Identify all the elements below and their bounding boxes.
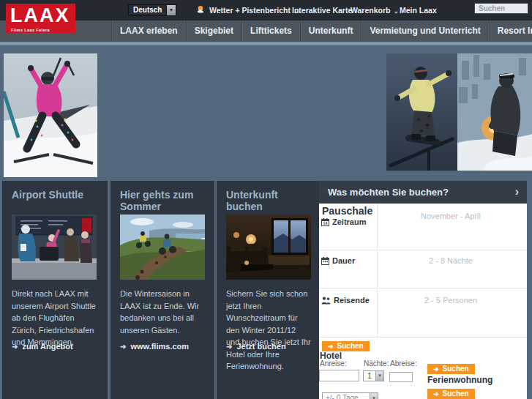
teaser-card-unterkunft-buchen: Unterkunft buchen (217, 181, 321, 399)
abreise-input[interactable] (389, 372, 413, 382)
booking-header[interactable]: Was möchten Sie buchen? › (319, 181, 527, 204)
hotel-search-button[interactable]: ➜Suchen (427, 364, 475, 374)
select-arrow-icon: ▼ (375, 371, 383, 381)
ferienwohnung-search-button[interactable]: ➜Suchen (427, 389, 475, 399)
main-nav-menu: LAAX erleben Skigebiet Lifttickets Unter… (111, 20, 532, 42)
nav-item-resort-info[interactable]: Resort Info (489, 20, 532, 42)
booking-row-dauer: Dauer 2 - 8 Nächte (319, 251, 527, 288)
pauschale-title: Pauschale (322, 205, 372, 217)
card-title: Hier gehts zum Sommer (120, 189, 205, 215)
main-nav-bar: LAAX erleben Skigebiet Lifttickets Unter… (0, 20, 532, 42)
card-image-hotel-room (226, 215, 311, 280)
card-link-flims-com[interactable]: ➜www.flims.com (120, 342, 189, 351)
pauschale-search-button[interactable]: ➜Suchen (322, 341, 370, 351)
naechte-label: Nächte: (364, 359, 389, 368)
card-link-zum-angebot[interactable]: ➜zum Angebot (12, 342, 73, 351)
nav-accent-strip (0, 42, 532, 45)
booking-row-label: Zeitraum (332, 217, 366, 226)
arrow-right-icon: ➜ (120, 343, 126, 351)
nav-item-laax-erleben[interactable]: LAAX erleben (111, 20, 186, 42)
language-select-value: Deutsch (129, 5, 166, 15)
booking-row-label: Reisende (334, 296, 370, 305)
booking-row-label: Dauer (332, 256, 355, 265)
calendar-icon (321, 257, 329, 265)
select-arrow-icon: ▼ (370, 393, 378, 399)
teaser-card-sommer: Hier gehts zum Sommer Die Wi (110, 181, 214, 399)
nav-item-lifttickets[interactable]: Lifttickets (241, 20, 300, 42)
topbar-link-cart[interactable]: Warenkorb⌄ (351, 6, 399, 15)
hero-photo-torch-person (457, 53, 532, 171)
laax-logo-wordmark: LAAX (6, 4, 75, 26)
nav-item-unterkunft[interactable]: Unterkunft (300, 20, 361, 42)
teaser-card-airport-shuttle: Airport Shuttle (2, 181, 108, 399)
anreise-label: Anreise: (320, 359, 347, 368)
tage-select-value: +/- 0 Tage (323, 393, 370, 399)
topbar-link-interactive-map[interactable]: Interaktive Karte (292, 6, 352, 15)
booking-body: Pauschale 14 Zeitraum November - April (319, 204, 527, 399)
select-arrow-icon: ▼ (166, 5, 176, 15)
arrow-right-icon: ➜ (226, 343, 232, 351)
hero-photo-snowboarder (386, 53, 457, 171)
arrow-right-icon: ➜ (12, 343, 18, 351)
topbar-link-my-laax[interactable]: Mein Laax (400, 6, 437, 15)
naechte-select[interactable]: 1 ▼ (363, 370, 384, 381)
laax-logo[interactable]: LAAX Flims Laax Falera (6, 4, 75, 33)
zeitraum-value[interactable]: November - April (378, 212, 524, 220)
search-input[interactable] (474, 3, 528, 14)
card-text: Sichern Sie sich schon jetzt Ihren Wunsc… (226, 288, 311, 373)
weather-sun-cloud-icon (197, 5, 206, 13)
card-link-jetzt-buchen[interactable]: ➜Jetzt buchen (226, 342, 286, 351)
card-text: Direkt nach LAAX mit unserem Airport Shu… (12, 288, 98, 348)
card-image-airport (12, 215, 97, 280)
arrow-right-icon: ➜ (328, 343, 334, 350)
tage-toleranz-select[interactable]: +/- 0 Tage ▼ (322, 392, 378, 399)
chevron-right-icon: › (515, 181, 519, 202)
booking-row-zeitraum: Pauschale 14 Zeitraum November - April (319, 204, 527, 250)
language-select[interactable]: Deutsch ▼ (128, 4, 176, 16)
naechte-select-value: 1 (364, 371, 375, 381)
ferienwohnung-section-title: Ferienwohnung (427, 375, 492, 385)
calendar-icon: 14 (321, 218, 329, 226)
dauer-value[interactable]: 2 - 8 Nächte (378, 256, 524, 265)
anreise-input[interactable] (319, 370, 359, 381)
laax-logo-tagline: Flims Laax Falera (6, 28, 75, 32)
arrow-right-icon: ➜ (433, 390, 439, 398)
card-text: Die Wintersaison in LAAX ist zu Ende. Wi… (120, 288, 205, 336)
top-utility-bar: Deutsch ▼ Wetter + Pistenbericht⌄ Intera… (0, 0, 532, 20)
card-title: Airport Shuttle (12, 189, 98, 215)
nav-item-vermietung-und-unterricht[interactable]: Vermietung und Unterricht (361, 20, 488, 42)
booking-widget: Was möchten Sie buchen? › Pauschale 14 Z… (319, 181, 527, 399)
arrow-right-icon: ➜ (433, 365, 439, 373)
card-title: Unterkunft buchen (226, 189, 311, 215)
chevron-down-icon: ⌄ (393, 7, 399, 15)
reisende-value[interactable]: 2 - 5 Personen (378, 296, 524, 305)
booking-row-reisende: Reisende 2 - 5 Personen (319, 289, 527, 338)
nav-item-skigebiet[interactable]: Skigebiet (186, 20, 241, 42)
topbar-link-weather[interactable]: Wetter + Pistenbericht⌄ (209, 6, 299, 15)
card-image-mountainbikers (120, 215, 205, 280)
hero-photo-kid-skier (4, 53, 97, 177)
people-icon (321, 297, 331, 305)
laax-homepage: Deutsch ▼ Wetter + Pistenbericht⌄ Intera… (0, 0, 532, 399)
abreise-label: Abreise: (390, 359, 417, 368)
svg-text:14: 14 (323, 221, 328, 225)
booking-header-title: Was möchten Sie buchen? (319, 187, 449, 198)
